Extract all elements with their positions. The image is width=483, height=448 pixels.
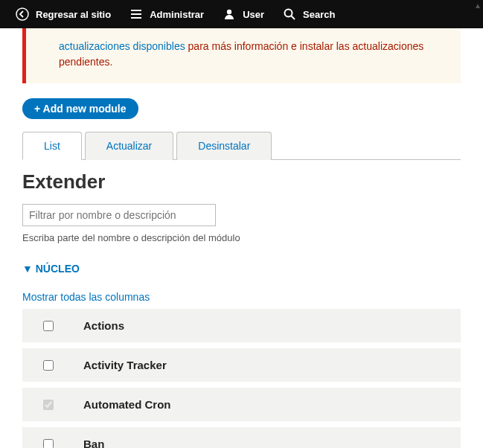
main-content: actualizaciones disponibles para más inf… <box>0 28 483 448</box>
toolbar-search-label: Search <box>303 9 335 20</box>
module-filter-input[interactable] <box>22 204 216 226</box>
module-checkbox[interactable] <box>43 439 54 449</box>
hamburger-icon <box>129 7 144 22</box>
svg-point-2 <box>285 10 292 17</box>
toolbar-user-label: User <box>243 9 264 20</box>
back-arrow-icon <box>15 7 30 22</box>
svg-point-0 <box>16 8 28 20</box>
show-all-columns-link[interactable]: Mostrar todas las columnas <box>22 291 150 303</box>
module-checkbox[interactable] <box>43 321 54 331</box>
module-row: Actions <box>22 309 461 342</box>
page-title: Extender <box>22 170 461 193</box>
toolbar-search[interactable]: Search <box>273 0 344 28</box>
module-name: Ban <box>83 438 104 448</box>
search-icon <box>282 7 297 22</box>
tab-update[interactable]: Actualizar <box>85 132 173 160</box>
scroll-up-icon: ▲ <box>474 1 482 10</box>
toolbar-admin-label: Administrar <box>150 9 204 20</box>
tabs: List Actualizar Desinstalar <box>22 131 461 160</box>
module-row: Ban <box>22 427 461 448</box>
module-name: Automated Cron <box>83 398 171 411</box>
module-list: ActionsActivity TrackerAutomated CronBan… <box>22 309 461 448</box>
admin-toolbar: Regresar al sitio Administrar User Searc… <box>0 0 483 28</box>
toolbar-admin[interactable]: Administrar <box>120 0 213 28</box>
update-alert: actualizaciones disponibles para más inf… <box>22 28 461 83</box>
filter-help-text: Escriba parte del nombre o descripción d… <box>22 232 461 243</box>
add-module-button[interactable]: + Add new module <box>22 98 138 119</box>
module-row: Activity Tracker <box>22 348 461 382</box>
svg-point-1 <box>227 10 231 14</box>
updates-link[interactable]: actualizaciones disponibles <box>59 40 185 52</box>
user-icon <box>222 7 237 22</box>
toolbar-user[interactable]: User <box>213 0 273 28</box>
section-nucleo-toggle[interactable]: ▼ NÚCLEO <box>22 263 80 275</box>
toolbar-back[interactable]: Regresar al sitio <box>6 0 120 28</box>
tab-list[interactable]: List <box>22 132 82 160</box>
module-checkbox[interactable] <box>43 360 54 371</box>
module-name: Activity Tracker <box>83 359 167 371</box>
toolbar-back-label: Regresar al sitio <box>36 9 111 20</box>
module-row: Automated Cron <box>22 388 461 421</box>
tab-uninstall[interactable]: Desinstalar <box>176 132 272 160</box>
module-checkbox <box>43 400 54 410</box>
module-name: Actions <box>83 319 124 332</box>
